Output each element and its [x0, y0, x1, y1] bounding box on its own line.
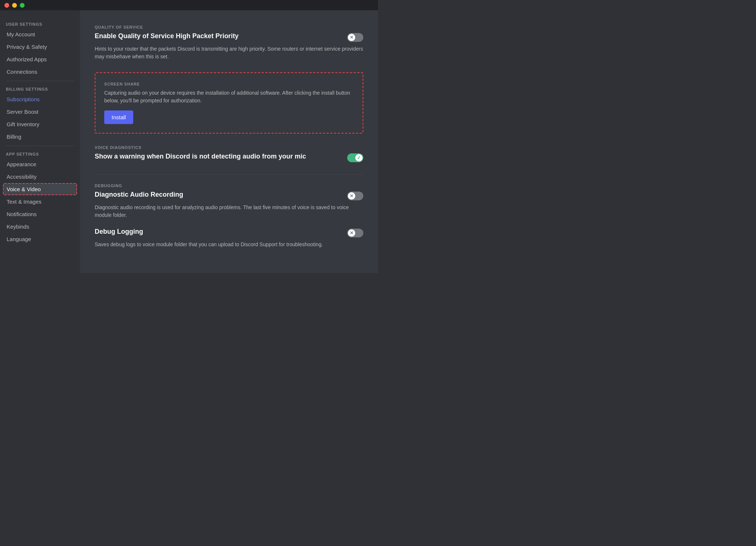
debug-logging-toggle[interactable]: ✕ — [347, 229, 363, 237]
screen-share-box: SCREEN SHARE Capturing audio on your dev… — [95, 72, 363, 134]
voice-diagnostics-check-icon: ✓ — [357, 155, 361, 160]
quality-of-service-section: QUALITY OF SERVICE Enable Quality of Ser… — [95, 25, 363, 61]
debugging-label: DEBUGGING — [95, 183, 363, 188]
app-settings-label: APP SETTINGS — [3, 149, 77, 158]
divider-1 — [95, 174, 363, 175]
diagnostic-title: Diagnostic Audio Recording — [95, 191, 341, 199]
billing-settings-label: BILLING SETTINGS — [3, 84, 77, 93]
sidebar-item-server-boost[interactable]: Server Boost — [3, 106, 77, 118]
voice-diagnostics-label: VOICE DIAGNOSTICS — [95, 145, 363, 150]
voice-diagnostics-header-row: Show a warning when Discord is not detec… — [95, 153, 363, 163]
debug-logging-title: Debug Logging — [95, 228, 341, 236]
sidebar-divider-2 — [6, 146, 74, 146]
debug-logging-x-icon: ✕ — [350, 230, 353, 236]
sidebar: USER SETTINGS My Account Privacy & Safet… — [0, 10, 80, 273]
sidebar-item-gift-inventory[interactable]: Gift Inventory — [3, 118, 77, 130]
sidebar-item-text-images[interactable]: Text & Images — [3, 196, 77, 208]
content-area: QUALITY OF SERVICE Enable Quality of Ser… — [80, 10, 378, 273]
voice-diagnostics-title: Show a warning when Discord is not detec… — [95, 153, 341, 160]
qos-description: Hints to your router that the packets Di… — [95, 45, 363, 61]
qos-header-row: Enable Quality of Service High Packet Pr… — [95, 32, 363, 42]
sidebar-item-appearance[interactable]: Appearance — [3, 158, 77, 170]
sidebar-item-connections[interactable]: Connections — [3, 66, 77, 78]
voice-diagnostics-toggle[interactable]: ✓ — [347, 153, 363, 162]
diagnostic-description: Diagnostic audio recording is used for a… — [95, 204, 363, 219]
voice-diagnostics-toggle-knob: ✓ — [355, 154, 363, 161]
debug-logging-header-row: Debug Logging ✕ — [95, 228, 363, 238]
qos-label: QUALITY OF SERVICE — [95, 25, 363, 29]
sidebar-divider-1 — [6, 81, 74, 81]
diagnostic-toggle[interactable]: ✕ — [347, 192, 363, 200]
close-button[interactable] — [4, 3, 9, 8]
sidebar-item-billing[interactable]: Billing — [3, 131, 77, 143]
qos-toggle-knob: ✕ — [348, 34, 355, 41]
qos-toggle-x-icon: ✕ — [350, 35, 353, 40]
qos-toggle[interactable]: ✕ — [347, 33, 363, 42]
sidebar-item-notifications[interactable]: Notifications — [3, 208, 77, 220]
debug-logging-description: Saves debug logs to voice module folder … — [95, 241, 363, 248]
minimize-button[interactable] — [12, 3, 17, 8]
screen-share-description: Capturing audio on your device requires … — [104, 89, 354, 105]
main-layout: USER SETTINGS My Account Privacy & Safet… — [0, 10, 378, 273]
diagnostic-header-row: Diagnostic Audio Recording ✕ — [95, 191, 363, 201]
sidebar-item-subscriptions[interactable]: Subscriptions — [3, 93, 77, 105]
qos-title: Enable Quality of Service High Packet Pr… — [95, 32, 341, 40]
titlebar — [0, 0, 378, 10]
install-button[interactable]: Install — [104, 110, 133, 124]
diagnostic-x-icon: ✕ — [350, 193, 353, 199]
sidebar-item-voice-video[interactable]: Voice & Video — [3, 183, 77, 195]
sidebar-item-authorized-apps[interactable]: Authorized Apps — [3, 53, 77, 65]
voice-diagnostics-section: VOICE DIAGNOSTICS Show a warning when Di… — [95, 145, 363, 163]
sidebar-item-language[interactable]: Language — [3, 233, 77, 245]
debugging-section: DEBUGGING Diagnostic Audio Recording ✕ D… — [95, 183, 363, 248]
screen-share-label: SCREEN SHARE — [104, 82, 354, 86]
sidebar-item-accessibility[interactable]: Accessibility — [3, 171, 77, 183]
sidebar-item-keybinds[interactable]: Keybinds — [3, 221, 77, 233]
diagnostic-toggle-knob: ✕ — [348, 192, 355, 200]
maximize-button[interactable] — [20, 3, 25, 8]
debug-logging-toggle-knob: ✕ — [348, 229, 355, 237]
user-settings-label: USER SETTINGS — [3, 19, 77, 28]
sidebar-item-my-account[interactable]: My Account — [3, 28, 77, 40]
sidebar-item-privacy-safety[interactable]: Privacy & Safety — [3, 41, 77, 53]
